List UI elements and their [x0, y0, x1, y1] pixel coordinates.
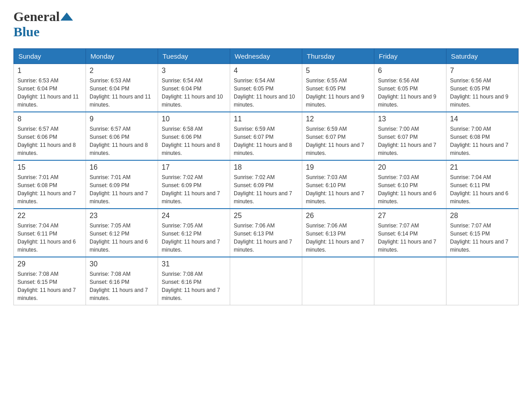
- calendar-cell: 19Sunrise: 7:03 AMSunset: 6:10 PMDayligh…: [302, 160, 374, 209]
- day-info: Sunrise: 7:07 AMSunset: 6:14 PMDaylight:…: [378, 222, 442, 254]
- day-number: 20: [378, 163, 442, 171]
- day-number: 13: [378, 115, 442, 123]
- day-number: 8: [17, 115, 82, 123]
- calendar-cell: 20Sunrise: 7:03 AMSunset: 6:10 PMDayligh…: [374, 160, 446, 209]
- logo-wordmark: General: [13, 9, 73, 24]
- calendar-week-row: 29Sunrise: 7:08 AMSunset: 6:15 PMDayligh…: [14, 257, 519, 305]
- day-info: Sunrise: 7:06 AMSunset: 6:13 PMDaylight:…: [234, 222, 298, 254]
- calendar-cell: 1Sunrise: 6:53 AMSunset: 6:04 PMDaylight…: [14, 64, 86, 112]
- day-number: 3: [162, 67, 226, 75]
- calendar-cell: 6Sunrise: 6:56 AMSunset: 6:05 PMDaylight…: [374, 64, 446, 112]
- calendar-cell: 30Sunrise: 7:08 AMSunset: 6:16 PMDayligh…: [86, 257, 158, 305]
- day-info: Sunrise: 7:04 AMSunset: 6:11 PMDaylight:…: [17, 222, 82, 254]
- calendar-cell: 24Sunrise: 7:05 AMSunset: 6:12 PMDayligh…: [158, 209, 230, 257]
- day-info: Sunrise: 7:08 AMSunset: 6:16 PMDaylight:…: [90, 270, 154, 302]
- calendar-cell: [374, 257, 446, 305]
- calendar-cell: 17Sunrise: 7:02 AMSunset: 6:09 PMDayligh…: [158, 160, 230, 209]
- calendar-cell: 8Sunrise: 6:57 AMSunset: 6:06 PMDaylight…: [14, 112, 86, 160]
- calendar-cell: 22Sunrise: 7:04 AMSunset: 6:11 PMDayligh…: [14, 209, 86, 257]
- day-info: Sunrise: 7:02 AMSunset: 6:09 PMDaylight:…: [234, 173, 298, 206]
- day-info: Sunrise: 7:08 AMSunset: 6:15 PMDaylight:…: [17, 270, 82, 302]
- day-info: Sunrise: 6:56 AMSunset: 6:05 PMDaylight:…: [450, 77, 515, 109]
- day-info: Sunrise: 6:54 AMSunset: 6:05 PMDaylight:…: [234, 77, 298, 109]
- day-number: 24: [162, 212, 226, 220]
- calendar-cell: 31Sunrise: 7:08 AMSunset: 6:16 PMDayligh…: [158, 257, 230, 305]
- calendar-cell: [446, 257, 519, 305]
- day-info: Sunrise: 7:04 AMSunset: 6:11 PMDaylight:…: [450, 173, 515, 206]
- calendar-cell: [230, 257, 302, 305]
- column-header-friday: Friday: [374, 49, 446, 64]
- day-number: 28: [450, 212, 515, 220]
- calendar-week-row: 8Sunrise: 6:57 AMSunset: 6:06 PMDaylight…: [14, 112, 519, 160]
- day-info: Sunrise: 7:07 AMSunset: 6:15 PMDaylight:…: [450, 222, 515, 254]
- day-info: Sunrise: 6:53 AMSunset: 6:04 PMDaylight:…: [90, 77, 154, 109]
- calendar-cell: 18Sunrise: 7:02 AMSunset: 6:09 PMDayligh…: [230, 160, 302, 209]
- calendar-cell: 27Sunrise: 7:07 AMSunset: 6:14 PMDayligh…: [374, 209, 446, 257]
- day-number: 7: [450, 67, 515, 75]
- calendar-cell: 14Sunrise: 7:00 AMSunset: 6:08 PMDayligh…: [446, 112, 519, 160]
- day-number: 31: [162, 260, 226, 268]
- logo-general: General: [13, 9, 60, 24]
- day-info: Sunrise: 6:58 AMSunset: 6:06 PMDaylight:…: [162, 125, 226, 157]
- day-info: Sunrise: 7:02 AMSunset: 6:09 PMDaylight:…: [162, 173, 226, 206]
- day-number: 27: [378, 212, 442, 220]
- day-info: Sunrise: 6:54 AMSunset: 6:04 PMDaylight:…: [162, 77, 226, 109]
- day-info: Sunrise: 7:03 AMSunset: 6:10 PMDaylight:…: [306, 173, 370, 206]
- day-number: 6: [378, 67, 442, 75]
- day-number: 30: [90, 260, 154, 268]
- day-number: 29: [17, 260, 82, 268]
- day-number: 25: [234, 212, 298, 220]
- day-number: 18: [234, 163, 298, 171]
- column-header-sunday: Sunday: [14, 49, 86, 64]
- calendar-cell: 26Sunrise: 7:06 AMSunset: 6:13 PMDayligh…: [302, 209, 374, 257]
- calendar-cell: 5Sunrise: 6:55 AMSunset: 6:05 PMDaylight…: [302, 64, 374, 112]
- calendar-cell: 28Sunrise: 7:07 AMSunset: 6:15 PMDayligh…: [446, 209, 519, 257]
- calendar-week-row: 22Sunrise: 7:04 AMSunset: 6:11 PMDayligh…: [14, 209, 519, 257]
- day-number: 15: [17, 163, 82, 171]
- calendar-cell: 3Sunrise: 6:54 AMSunset: 6:04 PMDaylight…: [158, 64, 230, 112]
- day-number: 26: [306, 212, 370, 220]
- column-header-tuesday: Tuesday: [158, 49, 230, 64]
- logo: General Blue: [13, 9, 73, 39]
- calendar-cell: 23Sunrise: 7:05 AMSunset: 6:12 PMDayligh…: [86, 209, 158, 257]
- column-header-saturday: Saturday: [446, 49, 519, 64]
- calendar-cell: 29Sunrise: 7:08 AMSunset: 6:15 PMDayligh…: [14, 257, 86, 305]
- calendar-header-row: SundayMondayTuesdayWednesdayThursdayFrid…: [14, 49, 519, 64]
- calendar-cell: 11Sunrise: 6:59 AMSunset: 6:07 PMDayligh…: [230, 112, 302, 160]
- calendar-cell: 12Sunrise: 6:59 AMSunset: 6:07 PMDayligh…: [302, 112, 374, 160]
- day-info: Sunrise: 7:05 AMSunset: 6:12 PMDaylight:…: [90, 222, 154, 254]
- calendar-week-row: 15Sunrise: 7:01 AMSunset: 6:08 PMDayligh…: [14, 160, 519, 209]
- day-number: 21: [450, 163, 515, 171]
- day-number: 22: [17, 212, 82, 220]
- day-number: 10: [162, 115, 226, 123]
- day-number: 23: [90, 212, 154, 220]
- page-header: General Blue: [13, 9, 519, 39]
- column-header-thursday: Thursday: [302, 49, 374, 64]
- calendar-cell: 21Sunrise: 7:04 AMSunset: 6:11 PMDayligh…: [446, 160, 519, 209]
- day-info: Sunrise: 7:01 AMSunset: 6:09 PMDaylight:…: [90, 173, 154, 206]
- calendar-cell: 10Sunrise: 6:58 AMSunset: 6:06 PMDayligh…: [158, 112, 230, 160]
- day-info: Sunrise: 7:00 AMSunset: 6:07 PMDaylight:…: [378, 125, 442, 157]
- day-number: 9: [90, 115, 154, 123]
- day-info: Sunrise: 6:53 AMSunset: 6:04 PMDaylight:…: [17, 77, 82, 109]
- day-info: Sunrise: 6:59 AMSunset: 6:07 PMDaylight:…: [306, 125, 370, 157]
- calendar-cell: 4Sunrise: 6:54 AMSunset: 6:05 PMDaylight…: [230, 64, 302, 112]
- day-number: 4: [234, 67, 298, 75]
- column-header-wednesday: Wednesday: [230, 49, 302, 64]
- day-info: Sunrise: 6:57 AMSunset: 6:06 PMDaylight:…: [17, 125, 82, 157]
- calendar-cell: 25Sunrise: 7:06 AMSunset: 6:13 PMDayligh…: [230, 209, 302, 257]
- day-number: 11: [234, 115, 298, 123]
- calendar-cell: 2Sunrise: 6:53 AMSunset: 6:04 PMDaylight…: [86, 64, 158, 112]
- day-info: Sunrise: 7:03 AMSunset: 6:10 PMDaylight:…: [378, 173, 442, 206]
- day-number: 5: [306, 67, 370, 75]
- day-info: Sunrise: 7:08 AMSunset: 6:16 PMDaylight:…: [162, 270, 226, 302]
- day-info: Sunrise: 6:57 AMSunset: 6:06 PMDaylight:…: [90, 125, 154, 157]
- day-number: 16: [90, 163, 154, 171]
- day-info: Sunrise: 7:01 AMSunset: 6:08 PMDaylight:…: [17, 173, 82, 206]
- day-info: Sunrise: 7:05 AMSunset: 6:12 PMDaylight:…: [162, 222, 226, 254]
- day-number: 17: [162, 163, 226, 171]
- day-number: 19: [306, 163, 370, 171]
- logo-blue: Blue: [13, 24, 39, 39]
- calendar-cell: 16Sunrise: 7:01 AMSunset: 6:09 PMDayligh…: [86, 160, 158, 209]
- day-number: 12: [306, 115, 370, 123]
